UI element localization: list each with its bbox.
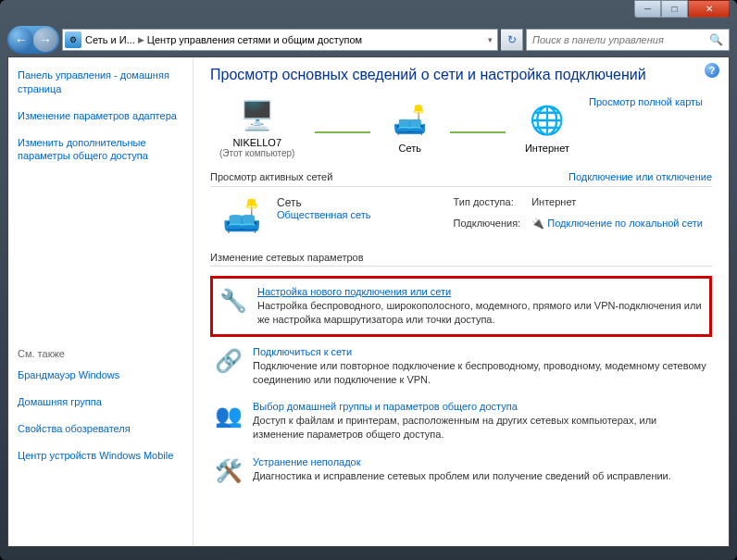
refresh-button[interactable]: ↻ [501, 29, 523, 51]
setting-text: Устранение неполадок Диагностика и испра… [253, 456, 708, 486]
network-name: Сеть [277, 196, 441, 209]
sidebar-ie[interactable]: Свойства обозревателя [18, 422, 183, 436]
sidebar-home[interactable]: Панель управления - домашняя страница [18, 68, 183, 96]
minimize-button[interactable]: ─ [634, 0, 661, 18]
setup-connection-item[interactable]: 🔧 Настройка нового подключения или сети … [210, 276, 712, 337]
address-bar: ← → ⚙ Сеть и И... ▶ Центр управления сет… [7, 26, 730, 54]
sidebar-sharing[interactable]: Изменить дополнительные параметры общего… [18, 136, 183, 164]
sidebar-mobile[interactable]: Центр устройств Windows Mobile [18, 449, 183, 463]
setup-connection-icon: 🔧 [219, 286, 248, 316]
connect-network-desc: Подключение или повторное подключение к … [253, 359, 708, 387]
homegroup-desc: Доступ к файлам и принтерам, расположенн… [253, 414, 708, 442]
homegroup-icon: 👥 [214, 401, 244, 430]
active-networks-title: Просмотр активных сетей [210, 171, 332, 182]
breadcrumb-part2[interactable]: Центр управления сетями и общим доступом [147, 34, 362, 45]
connections-label: Подключения: [454, 218, 521, 236]
window-frame: ─ □ ✕ ← → ⚙ Сеть и И... ▶ Центр управлен… [0, 0, 737, 560]
active-networks-header: Просмотр активных сетей Подключение или … [210, 168, 712, 187]
computer-sub: (Этот компьютер) [219, 148, 294, 158]
homegroup-item[interactable]: 👥 Выбор домашней группы и параметров общ… [210, 395, 712, 451]
maximize-button[interactable]: □ [661, 0, 688, 18]
main-panel: ? Просмотр основных сведений о сети и на… [194, 57, 729, 546]
setting-text: Настройка нового подключения или сети На… [257, 286, 704, 327]
back-button[interactable]: ← [9, 28, 33, 52]
help-icon[interactable]: ? [705, 63, 719, 78]
network-map: 🖥️ NIKELLO7 (Этот компьютер) 🛋️ Сеть 🌐 И… [210, 96, 712, 168]
computer-name: NIKELLO7 [219, 137, 294, 148]
access-type-value: Интернет [531, 196, 703, 214]
troubleshoot-link[interactable]: Устранение неполадок [253, 456, 708, 467]
connection-line-icon [450, 131, 506, 141]
chevron-down-icon[interactable]: ▾ [485, 35, 495, 44]
page-title: Просмотр основных сведений о сети и наст… [210, 67, 712, 83]
troubleshoot-icon: 🛠️ [214, 456, 244, 486]
homegroup-link[interactable]: Выбор домашней группы и параметров общег… [253, 401, 708, 412]
window-controls: ─ □ ✕ [634, 0, 730, 18]
troubleshoot-desc: Диагностика и исправление сетевых пробле… [253, 469, 708, 483]
bench-icon: 🛋️ [219, 196, 264, 235]
setting-text: Выбор домашней группы и параметров общег… [253, 401, 708, 442]
chevron-right-icon[interactable]: ▶ [135, 35, 147, 44]
netmap-network: 🛋️ Сеть [390, 102, 431, 154]
close-button[interactable]: ✕ [688, 0, 730, 18]
sidebar-firewall[interactable]: Брандмауэр Windows [18, 368, 183, 382]
search-box[interactable]: 🔍 [526, 29, 730, 51]
connection-line-icon [315, 131, 370, 141]
sidebar-homegroup[interactable]: Домашняя группа [18, 395, 183, 409]
connect-network-item[interactable]: 🔗 Подключиться к сети Подключение или по… [210, 341, 712, 396]
access-type-label: Тип доступа: [454, 196, 521, 214]
sidebar-see-also: См. также Брандмауэр Windows Домашняя гр… [18, 348, 183, 462]
change-settings-title: Изменение сетевых параметров [210, 252, 712, 267]
netmap-computer: 🖥️ NIKELLO7 (Этот компьютер) [219, 96, 294, 158]
active-network-row: 🛋️ Сеть Общественная сеть Тип доступа: И… [210, 187, 712, 244]
setup-connection-desc: Настройка беспроводного, широкополосного… [257, 299, 704, 327]
connect-network-link[interactable]: Подключиться к сети [253, 346, 708, 357]
internet-label: Интернет [525, 143, 569, 154]
view-full-map-link[interactable]: Просмотр полной карты [589, 96, 703, 107]
setup-connection-link[interactable]: Настройка нового подключения или сети [257, 286, 704, 297]
forward-button[interactable]: → [33, 28, 57, 52]
bench-icon: 🛋️ [390, 102, 431, 139]
content-area: Панель управления - домашняя страница Из… [7, 56, 730, 547]
globe-icon: 🌐 [527, 102, 568, 139]
search-icon[interactable]: 🔍 [709, 33, 723, 46]
network-details: Тип доступа: Интернет Подключения: 🔌 Под… [454, 196, 703, 235]
connect-icon: 🔗 [214, 346, 244, 376]
sidebar-adapter[interactable]: Изменение параметров адаптера [18, 109, 183, 123]
nav-buttons: ← → [7, 26, 59, 54]
troubleshoot-item[interactable]: 🛠️ Устранение неполадок Диагностика и ис… [210, 451, 712, 495]
change-settings-section: Изменение сетевых параметров 🔧 Настройка… [210, 252, 712, 495]
search-input[interactable] [532, 34, 709, 45]
computer-icon: 🖥️ [237, 96, 278, 133]
sidebar: Панель управления - домашняя страница Из… [8, 57, 194, 546]
network-icon: ⚙ [65, 31, 81, 48]
connect-disconnect-link[interactable]: Подключение или отключение [568, 171, 712, 182]
setting-text: Подключиться к сети Подключение или повт… [253, 346, 708, 387]
network-label: Сеть [390, 143, 431, 154]
netmap-internet: 🌐 Интернет [525, 102, 569, 154]
connection-link[interactable]: 🔌 Подключение по локальной сети [531, 218, 703, 236]
breadcrumb-part1[interactable]: Сеть и И... [85, 34, 135, 45]
breadcrumb[interactable]: ⚙ Сеть и И... ▶ Центр управления сетями … [62, 29, 498, 51]
network-type-link[interactable]: Общественная сеть [277, 209, 441, 220]
network-info: Сеть Общественная сеть [277, 196, 441, 235]
see-also-title: См. также [18, 348, 183, 359]
